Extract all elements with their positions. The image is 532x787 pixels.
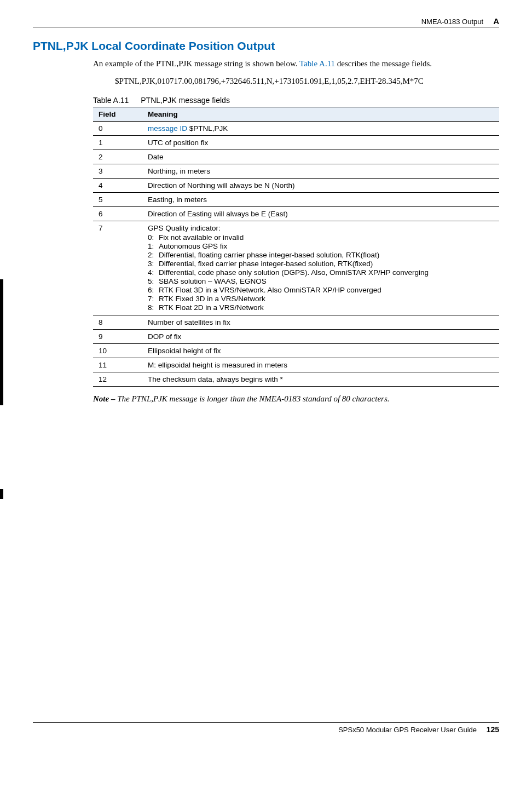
footer-guide: SPSx50 Modular GPS Receiver User Guide [338, 726, 477, 734]
col-meaning: Meaning [142, 107, 499, 121]
cell-field: 9 [93, 329, 142, 343]
intro-post: describes the message fields. [335, 59, 432, 68]
section-title: PTNL,PJK Local Coordinate Position Outpu… [33, 39, 499, 53]
fields-table: Field Meaning 0 message ID $PTNL,PJK 1 U… [93, 107, 499, 387]
cell-field: 12 [93, 372, 142, 386]
page-footer: SPSx50 Modular GPS Receiver User Guide 1… [33, 722, 499, 734]
table-header-row: Field Meaning [93, 107, 499, 121]
table-row: 0 message ID $PTNL,PJK [93, 121, 499, 135]
table-caption: Table A.11 PTNL,PJK message fields [33, 96, 499, 105]
cell-field: 3 [93, 164, 142, 178]
cell-field: 10 [93, 343, 142, 358]
cell-field: 5 [93, 192, 142, 206]
footer-page-number: 125 [487, 725, 499, 734]
cell-meaning: message ID $PTNL,PJK [142, 121, 499, 135]
cell-field: 1 [93, 135, 142, 150]
col-field: Field [93, 107, 142, 121]
table-row: 9 DOP of fix [93, 329, 499, 343]
cell-field: 11 [93, 358, 142, 372]
table-caption-number: Table A.11 [93, 96, 129, 105]
quality-indicator-list: 0:Fix not available or invalid 1:Autonom… [148, 233, 494, 312]
cell-meaning: Number of satellites in fix [142, 315, 499, 329]
cell-meaning: Direction of Northing will always be N (… [142, 178, 499, 192]
change-bar [0, 279, 3, 405]
intro-pre: An example of the PTNL,PJK message strin… [93, 59, 299, 68]
list-item: 6:RTK Float 3D in a VRS/Network. Also Om… [148, 286, 494, 294]
cell-field: 6 [93, 206, 142, 221]
table-row: 12 The checksum data, always begins with… [93, 372, 499, 386]
note: Note – The PTNL,PJK message is longer th… [33, 394, 499, 404]
cell-meaning: Direction of Easting will always be E (E… [142, 206, 499, 221]
note-text: The PTNL,PJK message is longer than the … [117, 394, 389, 403]
intro-paragraph: An example of the PTNL,PJK message strin… [33, 58, 499, 69]
table-row: 4 Direction of Northing will always be N… [93, 178, 499, 192]
title-code: PTNL,PJK [33, 39, 89, 52]
table-row: 10 Ellipsoidal height of fix [93, 343, 499, 358]
table-caption-text: PTNL,PJK message fields [141, 96, 230, 105]
cell-field: 8 [93, 315, 142, 329]
header-appendix: A [493, 16, 499, 26]
header-section: NMEA-0183 Output [421, 18, 483, 26]
message-id-link[interactable]: message ID [148, 124, 187, 133]
table-row: 7 GPS Quality indicator: 0:Fix not avail… [93, 221, 499, 315]
cell-meaning: The checksum data, always begins with * [142, 372, 499, 386]
table-ref-link[interactable]: Table A.11 [299, 59, 335, 68]
cell-meaning: Ellipsoidal height of fix [142, 343, 499, 358]
list-item: 3:Differential, fixed carrier phase inte… [148, 260, 494, 268]
table-row: 6 Direction of Easting will always be E … [93, 206, 499, 221]
cell-meaning: DOP of fix [142, 329, 499, 343]
cell-field: 0 [93, 121, 142, 135]
quality-indicator-label: GPS Quality indicator: [148, 224, 494, 232]
list-item: 7:RTK Fixed 3D in a VRS/Network [148, 295, 494, 303]
table-row: 11 M: ellipsoidal height is measured in … [93, 358, 499, 372]
note-label: Note – [93, 394, 117, 403]
list-item: 8:RTK Float 2D in a VRS/Network [148, 303, 494, 312]
example-string: $PTNL,PJK,010717.00,081796,+732646.511,N… [33, 76, 499, 87]
change-bar [0, 489, 3, 499]
cell-field: 2 [93, 150, 142, 164]
message-id-rest: $PTNL,PJK [187, 124, 228, 133]
cell-meaning: Date [142, 150, 499, 164]
cell-meaning: Northing, in meters [142, 164, 499, 178]
table-row: 5 Easting, in meters [93, 192, 499, 206]
table-row: 8 Number of satellites in fix [93, 315, 499, 329]
list-item: 2:Differential, floating carrier phase i… [148, 251, 494, 259]
cell-meaning: GPS Quality indicator: 0:Fix not availab… [142, 221, 499, 315]
list-item: 5:SBAS solution – WAAS, EGNOS [148, 277, 494, 285]
cell-meaning: UTC of position fix [142, 135, 499, 150]
page-header: NMEA-0183 Output A [33, 16, 499, 27]
cell-meaning: Easting, in meters [142, 192, 499, 206]
list-item: 0:Fix not available or invalid [148, 233, 494, 242]
cell-field: 4 [93, 178, 142, 192]
table-row: 1 UTC of position fix [93, 135, 499, 150]
cell-field: 7 [93, 221, 142, 315]
list-item: 1:Autonomous GPS fix [148, 242, 494, 250]
list-item: 4:Differential, code phase only solution… [148, 268, 494, 277]
table-row: 3 Northing, in meters [93, 164, 499, 178]
title-rest: Local Coordinate Position Output [89, 39, 275, 52]
cell-meaning: M: ellipsoidal height is measured in met… [142, 358, 499, 372]
table-row: 2 Date [93, 150, 499, 164]
